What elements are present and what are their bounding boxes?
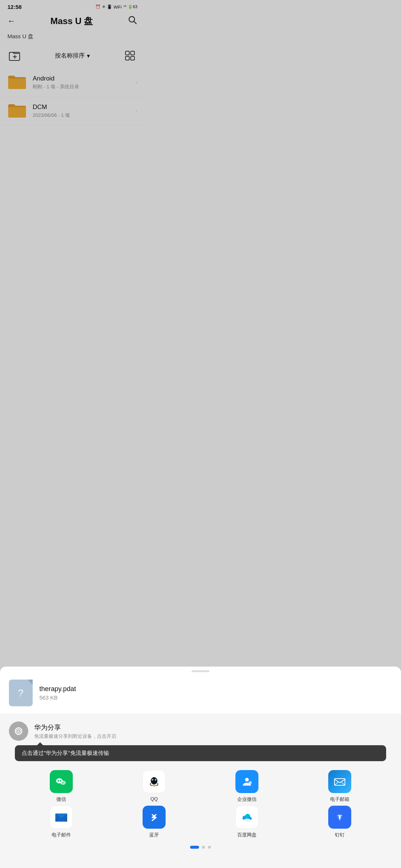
share-sheet-overlay: ? therapy.pdat 563 KB 华为分享 免流量极速	[0, 0, 145, 313]
